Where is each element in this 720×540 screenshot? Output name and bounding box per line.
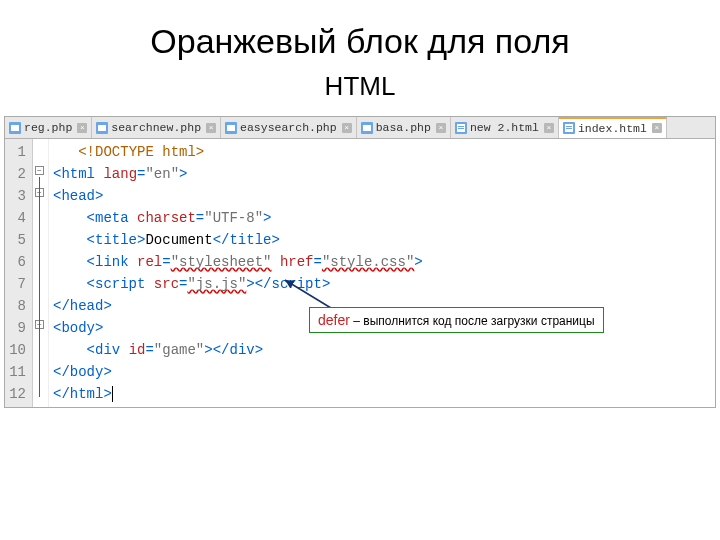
close-icon[interactable]: ×	[342, 123, 352, 133]
close-icon[interactable]: ×	[206, 123, 216, 133]
editor-tab[interactable]: new 2.html×	[451, 117, 559, 138]
code-token	[129, 254, 137, 270]
tab-label: basa.php	[376, 121, 431, 134]
svg-rect-14	[566, 126, 572, 127]
code-token: </	[53, 364, 70, 380]
code-token	[120, 342, 128, 358]
tab-label: new 2.html	[470, 121, 539, 134]
code-token: Document	[145, 232, 212, 248]
php-file-icon	[96, 122, 108, 134]
code-token: =	[145, 342, 153, 358]
code-token: =	[162, 254, 170, 270]
line-number: 9	[9, 317, 26, 339]
line-number: 10	[9, 339, 26, 361]
code-token: >	[95, 188, 103, 204]
php-file-icon	[9, 122, 21, 134]
code-token: div	[95, 342, 120, 358]
code-token: >	[204, 342, 212, 358]
line-number-gutter: 123456789101112	[5, 139, 33, 407]
code-token: href	[280, 254, 314, 270]
code-token: charset	[137, 210, 196, 226]
fold-toggle-icon[interactable]: −	[35, 166, 44, 175]
line-number: 1	[9, 141, 26, 163]
html-file-icon	[455, 122, 467, 134]
code-token: >	[179, 166, 187, 182]
code-token: >	[103, 386, 111, 402]
code-token: script	[95, 276, 145, 292]
annotation-callout: defer – выполнится код после загрузки ст…	[309, 307, 604, 333]
svg-rect-5	[227, 125, 235, 131]
editor-tab[interactable]: reg.php×	[5, 117, 92, 138]
code-token	[129, 210, 137, 226]
svg-rect-7	[363, 125, 371, 131]
line-number: 8	[9, 295, 26, 317]
text-caret	[112, 386, 113, 402]
code-token: body	[70, 364, 104, 380]
code-token	[271, 254, 279, 270]
code-token: "UTF-8"	[204, 210, 263, 226]
php-file-icon	[361, 122, 373, 134]
code-token: >	[246, 276, 254, 292]
code-text[interactable]: <!DOCTYPE html> <html lang="en"> <head> …	[49, 139, 715, 407]
code-token: script	[272, 276, 322, 292]
callout-sep: –	[350, 314, 363, 328]
line-number: 3	[9, 185, 26, 207]
code-token: </	[53, 298, 70, 314]
editor-tab[interactable]: easysearch.php×	[221, 117, 357, 138]
code-token	[145, 276, 153, 292]
svg-rect-1	[11, 125, 19, 131]
fold-column: − − −	[33, 139, 49, 407]
code-token: head	[61, 188, 95, 204]
code-token: >	[255, 342, 263, 358]
code-token: =	[196, 210, 204, 226]
code-token: rel	[137, 254, 162, 270]
close-icon[interactable]: ×	[544, 123, 554, 133]
close-icon[interactable]: ×	[77, 123, 87, 133]
code-token: <	[87, 210, 95, 226]
editor-tab[interactable]: index.html×	[559, 117, 667, 138]
tab-label: index.html	[578, 122, 647, 135]
line-number: 7	[9, 273, 26, 295]
code-token: lang	[103, 166, 137, 182]
code-token: >	[103, 364, 111, 380]
line-number: 5	[9, 229, 26, 251]
code-token: div	[230, 342, 255, 358]
code-token: >	[103, 298, 111, 314]
tab-label: searchnew.php	[111, 121, 201, 134]
code-token: src	[154, 276, 179, 292]
tab-bar: reg.php×searchnew.php×easysearch.php×bas…	[5, 117, 715, 139]
tab-label: reg.php	[24, 121, 72, 134]
line-number: 2	[9, 163, 26, 185]
code-token: html	[70, 386, 104, 402]
code-token: "stylesheet"	[171, 254, 272, 270]
php-file-icon	[225, 122, 237, 134]
code-area: 123456789101112 − − − <!DOCTYPE html> <h…	[5, 139, 715, 407]
code-token: "en"	[145, 166, 179, 182]
code-token: </	[255, 276, 272, 292]
code-token: title	[95, 232, 137, 248]
code-token: id	[129, 342, 146, 358]
editor-tab[interactable]: basa.php×	[357, 117, 451, 138]
close-icon[interactable]: ×	[436, 123, 446, 133]
editor-tab[interactable]: searchnew.php×	[92, 117, 221, 138]
code-token: >	[95, 320, 103, 336]
code-token: link	[95, 254, 129, 270]
line-number: 11	[9, 361, 26, 383]
code-token: body	[61, 320, 95, 336]
line-number: 12	[9, 383, 26, 405]
code-token: =	[314, 254, 322, 270]
code-token: </	[53, 386, 70, 402]
fold-guide-line	[39, 177, 40, 397]
code-token: <!DOCTYPE html>	[78, 144, 204, 160]
code-token: >	[263, 210, 271, 226]
svg-rect-10	[458, 126, 464, 127]
code-token: </	[213, 342, 230, 358]
code-token: "game"	[154, 342, 204, 358]
close-icon[interactable]: ×	[652, 123, 662, 133]
line-number: 6	[9, 251, 26, 273]
slide-title: Оранжевый блок для поля	[0, 22, 720, 61]
code-token: >	[322, 276, 330, 292]
code-token: </	[213, 232, 230, 248]
callout-keyword: defer	[318, 312, 350, 328]
code-token: <	[87, 342, 95, 358]
